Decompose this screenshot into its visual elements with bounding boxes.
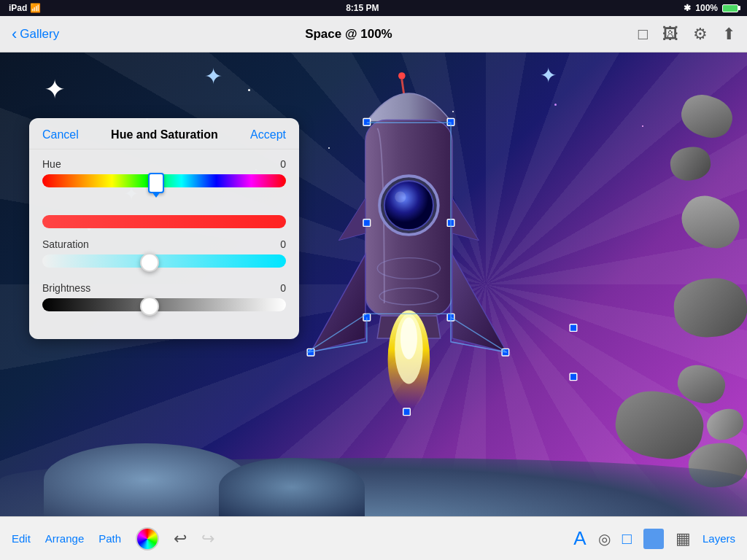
toolbar-right: A ◎ □ ▦ Layers [573,527,735,550]
saturation-label-row: Saturation 0 [42,238,286,250]
status-left: iPad 📶 [9,3,41,13]
accept-button[interactable]: Accept [250,128,286,141]
brightness-slider-row: Brightness 0 [42,282,286,316]
hue-slider-row: Hue 0 [42,158,286,228]
saturation-slider-container[interactable] [42,254,286,272]
hue-saturation-panel: Cancel Hue and Saturation Accept Hue 0 [29,118,299,339]
svg-rect-9 [363,119,371,126]
svg-rect-19 [403,408,411,416]
device-label: iPad [9,3,27,13]
wifi-icon: 📶 [30,3,41,13]
hue-label-row: Hue 0 [42,158,286,170]
crop-icon[interactable]: ◎ [598,530,611,548]
svg-point-4 [384,181,433,230]
brightness-thumb[interactable] [140,297,159,316]
battery-label: 100% [695,3,718,13]
image-icon[interactable]: 🖼 [662,25,678,44]
svg-point-8 [400,317,417,359]
status-right: ✱ 100% [684,3,738,13]
status-time: 8:15 PM [346,3,379,13]
nav-right: □ 🖼 ⚙ ⬆ [638,25,735,44]
battery-icon [722,4,738,12]
hue-gradient-bar [42,174,286,187]
arrange-button[interactable]: Arrange [45,532,84,545]
nav-bar: ‹ Gallery Space @ 100% □ 🖼 ⚙ ⬆ [0,16,747,52]
back-arrow-icon[interactable]: ‹ [12,26,17,42]
gallery-button[interactable]: Gallery [20,27,59,42]
svg-rect-17 [570,324,577,332]
brightness-slider-container[interactable] [42,298,286,316]
document-title: Space @ 100% [305,27,392,42]
brightness-value: 0 [280,282,286,294]
share-icon[interactable]: ⬆ [722,25,735,44]
star-small-8 [642,125,643,127]
cancel-button[interactable]: Cancel [42,128,79,141]
bluetooth-icon: ✱ [684,3,691,13]
star-top-left: ✦ [44,74,66,105]
color-wheel-button[interactable] [136,527,159,551]
edit-button[interactable]: Edit [12,532,31,545]
brightness-gradient-bar [42,298,286,311]
svg-point-5 [395,191,406,202]
svg-rect-18 [570,373,577,381]
panel-title: Hue and Saturation [111,128,218,141]
brightness-label-row: Brightness 0 [42,282,286,294]
hue-slider-container[interactable] [42,174,286,196]
hue-label: Hue [42,158,61,170]
saturation-slider-row: Saturation 0 [42,238,286,272]
hue-red-bar [42,215,286,228]
panel-body: Hue 0 Saturation 0 [29,149,299,339]
nav-left: ‹ Gallery [12,26,59,42]
svg-point-1 [398,72,406,79]
canvas-area[interactable]: ✦ ✦ ✦ ✦ [0,52,747,516]
brightness-label: Brightness [42,282,90,294]
settings-icon[interactable]: ⚙ [693,25,708,44]
path-button[interactable]: Path [98,532,121,545]
undo-icon[interactable]: ↩ [174,529,187,548]
frame-icon[interactable]: □ [638,25,648,44]
star-top-center: ✦ [204,63,222,89]
bottom-toolbar: Edit Arrange Path ↩ ↪ A ◎ □ ▦ Layers [0,516,747,560]
status-bar: iPad 📶 8:15 PM ✱ 100% [0,0,747,16]
redo-icon[interactable]: ↪ [201,529,214,548]
layers-button[interactable]: Layers [703,532,735,545]
svg-rect-11 [363,219,371,227]
moon-hill-1 [44,443,248,516]
color-fill-icon[interactable] [643,529,664,549]
hue-red-preview [42,215,286,228]
hue-thumb[interactable] [148,173,164,193]
saturation-label: Saturation [42,238,89,250]
saturation-gradient-bar [42,254,286,268]
panel-header: Cancel Hue and Saturation Accept [29,118,299,149]
text-icon[interactable]: A [573,527,586,550]
toolbar-left: Edit Arrange Path ↩ ↪ [12,527,214,551]
grid-icon[interactable]: ▦ [676,529,691,548]
saturation-value: 0 [280,238,286,250]
shape-icon[interactable]: □ [622,529,632,548]
saturation-thumb[interactable] [140,253,159,272]
hue-value: 0 [280,158,286,170]
